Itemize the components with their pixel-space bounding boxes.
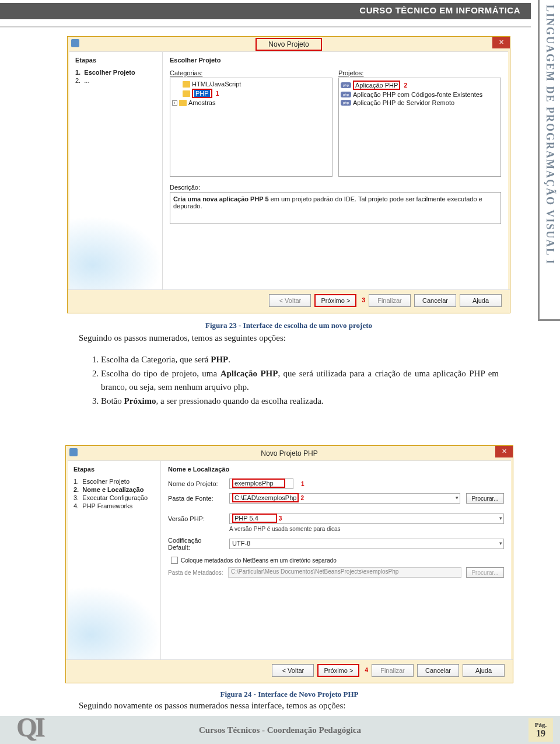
dialog-title: Novo Projeto	[256, 38, 321, 51]
chevron-down-icon: ▾	[499, 515, 502, 521]
php-version-select[interactable]: PHP 5.43▾	[229, 514, 504, 524]
description-label: Descrição:	[170, 184, 501, 191]
encoding-select[interactable]: UTF-8▾	[229, 539, 504, 549]
sidebar-title-box: LINGUAGEM DE PROGRAMAÇÃO VISUAL I	[538, 0, 560, 321]
projects-label: Projetos:	[338, 69, 501, 76]
step-item: 1. Escolher Projeto	[75, 68, 156, 76]
browse-button[interactable]: Procurar...	[466, 493, 504, 504]
step-item: 1. Escolher Projeto	[74, 477, 155, 485]
header-rule	[0, 26, 531, 27]
footer-logo: QI	[16, 712, 43, 743]
figure-caption-24: Figura 24 - Interface de Novo Projeto PH…	[65, 690, 513, 699]
dialog-titlebar: Novo Projeto PHP ✕	[66, 446, 513, 460]
list-item: Botão Próximo, a ser pressionado quando …	[101, 394, 499, 408]
tree-item: HTML/JavaScript	[172, 80, 330, 88]
folder-icon	[183, 81, 190, 88]
finish-button[interactable]: Finalizar	[369, 294, 411, 307]
project-name-input[interactable]: exemplosPhp	[229, 478, 293, 489]
categories-listbox[interactable]: HTML/JavaScript PHP1 +Amostras	[170, 78, 332, 177]
app-icon	[69, 448, 78, 456]
finish-button[interactable]: Finalizar	[372, 664, 414, 677]
chevron-down-icon: ▾	[499, 540, 502, 546]
section-title: Nome e Localização	[168, 466, 504, 473]
folder-icon	[183, 90, 190, 97]
steps-heading: Etapas	[74, 466, 155, 473]
steps-list: 1. Escolher Projeto 2. Nome e Localizaçã…	[74, 477, 155, 510]
body-paragraph-1: Seguindo os passos numerados, temos as s…	[79, 331, 499, 409]
dialog-title: Novo Projeto PHP	[261, 449, 317, 457]
next-button[interactable]: Próximo >	[314, 294, 356, 307]
dialog-novo-projeto-php: Novo Projeto PHP ✕ Etapas 1. Escolher Pr…	[65, 445, 513, 683]
name-label: Nome do Projeto:	[168, 480, 223, 487]
php-icon: php	[341, 100, 351, 106]
checkbox-icon[interactable]	[171, 557, 178, 564]
close-icon[interactable]: ✕	[492, 37, 510, 48]
chevron-down-icon: ▾	[456, 495, 459, 501]
version-label: Versão PHP:	[168, 515, 223, 522]
php-icon: php	[341, 92, 351, 97]
steps-list: 1. Escolher Projeto 2. ...	[75, 68, 156, 85]
steps-heading: Etapas	[75, 57, 156, 64]
step-item: 2. ...	[75, 76, 156, 85]
source-folder-input[interactable]: C:\EAD\exemplosPhp2▾	[229, 493, 460, 504]
steps-panel: Etapas 1. Escolher Projeto 2. Nome e Loc…	[68, 461, 161, 659]
section-title: Escolher Projeto	[170, 57, 501, 64]
expand-icon[interactable]: +	[172, 100, 177, 106]
projects-listbox[interactable]: phpAplicação PHP2 phpAplicação PHP com C…	[338, 78, 501, 177]
source-label: Pasta de Fonte:	[168, 495, 223, 502]
back-button[interactable]: < Voltar	[269, 294, 311, 307]
step-item: 2. Nome e Localização	[74, 485, 155, 494]
folder-icon	[179, 100, 187, 106]
page-number-badge: Pág. 19	[528, 718, 553, 742]
annotation-number: 3	[362, 297, 365, 303]
dialog-footer: < Voltar Próximo > 3 Finalizar Cancelar …	[68, 289, 510, 310]
annotation-number: 4	[365, 667, 368, 673]
description-box: Cria uma nova aplicação PHP 5 em um proj…	[170, 192, 501, 224]
next-button[interactable]: Próximo >	[317, 664, 359, 677]
help-button[interactable]: Ajuda	[463, 664, 505, 677]
version-hint: A versão PHP é usada somente para dicas	[229, 526, 504, 532]
tree-item: +Amostras	[172, 99, 330, 107]
annotation-number: 1	[301, 481, 304, 487]
list-item: Escolha da Categoria, que será PHP.	[101, 353, 499, 366]
sidebar-title: LINGUAGEM DE PROGRAMAÇÃO VISUAL I	[544, 5, 556, 265]
php-icon: php	[341, 82, 351, 88]
dialog-titlebar: Novo Projeto ✕	[68, 37, 510, 51]
body-paragraph-2: Seguindo novamente os passos numerados n…	[79, 699, 499, 712]
back-button[interactable]: < Voltar	[272, 664, 314, 677]
cancel-button[interactable]: Cancelar	[414, 294, 456, 307]
list-item: phpAplicação PHP2	[341, 80, 499, 90]
encoding-label: Codificação Default:	[168, 537, 223, 551]
figure-caption-23: Figura 23 - Interface de escolha de um n…	[67, 321, 510, 330]
course-header: CURSO TÉCNICO EM INFORMÁTICA	[0, 3, 531, 19]
metadata-checkbox-row[interactable]: Coloque metadados do NetBeans em um dire…	[171, 557, 504, 564]
tree-item: PHP1	[172, 88, 330, 99]
list-item: Escolha do tipo de projeto, uma Aplicaçã…	[101, 367, 499, 393]
steps-panel: Etapas 1. Escolher Projeto 2. ...	[69, 52, 163, 289]
dialog-novo-projeto: Novo Projeto ✕ Etapas 1. Escolher Projet…	[67, 36, 510, 313]
page-footer: QI Cursos Técnicos - Coordenação Pedagóg…	[0, 716, 560, 744]
categories-label: Categorias:	[170, 69, 332, 76]
meta-label: Pasta de Metadados:	[168, 570, 223, 576]
list-item: phpAplicação PHP com Códigos-fonte Exist…	[341, 90, 499, 99]
app-icon	[71, 39, 79, 47]
dialog-content: Nome e Localização Nome do Projeto: exem…	[161, 461, 511, 659]
close-icon[interactable]: ✕	[495, 446, 513, 457]
cancel-button[interactable]: Cancelar	[417, 664, 459, 677]
footer-text: Cursos Técnicos - Coordenação Pedagógica	[0, 725, 560, 735]
meta-folder-input: C:\Particular\Meus Documentos\NetBeansPr…	[228, 567, 461, 578]
browse-button-disabled: Procurar...	[466, 567, 504, 578]
dialog-footer: < Voltar Próximo > 4 Finalizar Cancelar …	[66, 659, 513, 680]
dialog-content: Escolher Projeto Categorias: HTML/JavaSc…	[163, 52, 508, 289]
step-item: 3. Executar Configuração	[74, 494, 155, 502]
help-button[interactable]: Ajuda	[460, 294, 502, 307]
step-item: 4. PHP Frameworks	[74, 502, 155, 510]
list-item: phpAplicação PHP de Servidor Remoto	[341, 99, 499, 107]
